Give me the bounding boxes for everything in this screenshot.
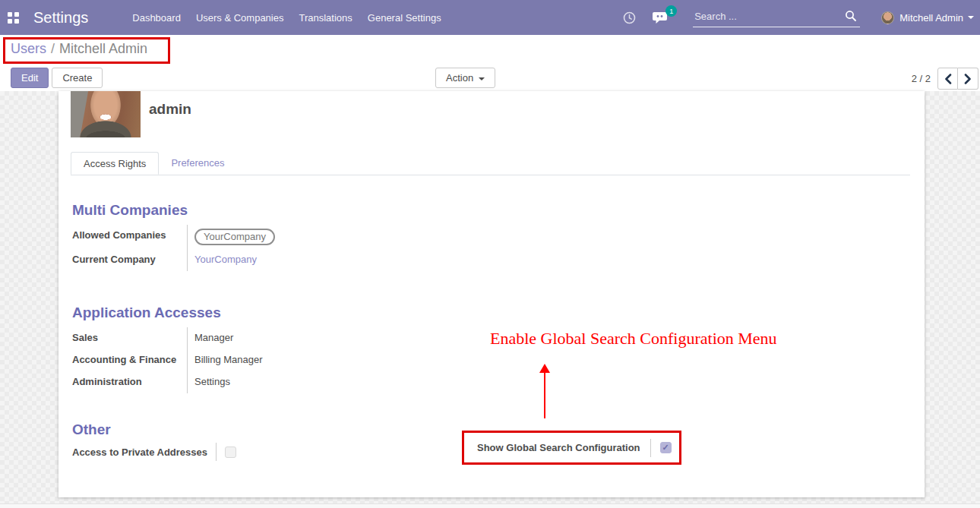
top-menu: Dashboard Users & Companies Translations… bbox=[125, 0, 448, 35]
group-title-other: Other bbox=[72, 421, 111, 438]
field-value: YourCompany bbox=[188, 225, 482, 249]
menu-item-translations[interactable]: Translations bbox=[291, 0, 359, 35]
notebook-tabs: Access Rights Preferences bbox=[71, 152, 910, 175]
action-dropdown-button[interactable]: Action bbox=[435, 68, 495, 88]
record-name: admin bbox=[149, 101, 191, 118]
global-search bbox=[693, 8, 860, 27]
app-title[interactable]: Settings bbox=[33, 9, 88, 27]
breadcrumb-current: Mitchell Admin bbox=[59, 41, 147, 56]
field-value: Billing Manager bbox=[188, 349, 482, 371]
pager-next-button[interactable] bbox=[958, 68, 978, 90]
pager-value: 2 / 2 bbox=[912, 73, 931, 84]
field-label: Current Company bbox=[72, 249, 188, 271]
user-photo bbox=[71, 91, 141, 137]
user-menu-name: Mitchell Admin bbox=[899, 12, 963, 24]
field-value: Manager bbox=[188, 327, 482, 349]
field-label: Administration bbox=[72, 371, 188, 393]
breadcrumb-users-link[interactable]: Users bbox=[11, 41, 46, 56]
menu-item-dashboard[interactable]: Dashboard bbox=[125, 0, 188, 35]
user-menu[interactable]: Mitchell Admin bbox=[881, 11, 974, 24]
chevron-down-icon bbox=[968, 16, 974, 19]
breadcrumb-separator: / bbox=[51, 41, 55, 56]
caret-down-icon bbox=[479, 77, 485, 80]
field-label: Show Global Search Configuration bbox=[477, 442, 640, 453]
apps-menu-button[interactable] bbox=[0, 0, 26, 35]
form-sheet: admin Access Rights Preferences Multi Co… bbox=[58, 91, 925, 497]
clock-icon bbox=[623, 11, 636, 24]
search-icon[interactable] bbox=[845, 10, 857, 22]
group-multi-companies: Allowed Companies YourCompany Current Co… bbox=[72, 225, 482, 271]
message-count-badge: 1 bbox=[665, 5, 677, 17]
apps-grid-icon bbox=[8, 12, 19, 24]
tab-access-rights[interactable]: Access Rights bbox=[71, 152, 159, 175]
annotation-callout-text: Enable Global Search Configuration Menu bbox=[490, 329, 777, 349]
action-label: Action bbox=[446, 72, 473, 84]
breadcrumb: Users/Mitchell Admin bbox=[11, 41, 147, 57]
field-label: Sales bbox=[72, 327, 188, 349]
company-tag[interactable]: YourCompany bbox=[194, 229, 275, 245]
field-label: Access to Private Addresses bbox=[72, 446, 207, 458]
current-company-link[interactable]: YourCompany bbox=[194, 253, 257, 267]
content-area: admin Access Rights Preferences Multi Co… bbox=[0, 91, 980, 508]
group-other: Access to Private Addresses ✓ bbox=[72, 443, 236, 461]
chevron-right-icon bbox=[964, 74, 972, 84]
search-input[interactable] bbox=[693, 8, 860, 27]
activities-button[interactable] bbox=[623, 11, 636, 24]
pager-previous-button[interactable] bbox=[937, 68, 958, 90]
edit-button[interactable]: Edit bbox=[11, 68, 49, 88]
check-icon: ✓ bbox=[662, 443, 669, 452]
menu-item-users-companies[interactable]: Users & Companies bbox=[188, 0, 292, 35]
group-title-application-accesses: Application Accesses bbox=[72, 304, 221, 321]
menu-item-general-settings[interactable]: General Settings bbox=[360, 0, 449, 35]
field-label: Accounting & Finance bbox=[72, 349, 188, 371]
field-separator bbox=[650, 439, 651, 457]
global-search-config-field-highlight: Show Global Search Configuration ✓ bbox=[462, 431, 681, 465]
messages-button[interactable]: 1 bbox=[653, 11, 669, 24]
record-pager: 2 / 2 bbox=[912, 68, 978, 90]
private-addresses-checkbox[interactable]: ✓ bbox=[225, 446, 236, 458]
field-separator bbox=[216, 443, 217, 461]
navbar-systray: 1 Mitchell Admin bbox=[623, 0, 980, 35]
chevron-left-icon bbox=[944, 74, 952, 84]
show-global-search-config-checkbox[interactable]: ✓ bbox=[660, 442, 672, 453]
odoo-settings-user-page: Settings Dashboard Users & Companies Tra… bbox=[0, 0, 980, 508]
control-panel: Users/Mitchell Admin Edit Create Action … bbox=[0, 35, 980, 91]
user-avatar bbox=[881, 11, 894, 24]
form-buttons: Edit Create bbox=[11, 68, 103, 88]
bottom-strip bbox=[0, 503, 980, 508]
pager-buttons bbox=[937, 68, 978, 90]
field-value: YourCompany bbox=[188, 249, 482, 271]
field-value: Settings bbox=[188, 371, 482, 393]
group-title-multi-companies: Multi Companies bbox=[72, 202, 188, 219]
top-navbar: Settings Dashboard Users & Companies Tra… bbox=[0, 0, 980, 35]
field-label: Allowed Companies bbox=[72, 225, 188, 249]
tab-preferences[interactable]: Preferences bbox=[159, 152, 236, 175]
create-button[interactable]: Create bbox=[52, 68, 103, 88]
group-application-accesses: Sales Manager Accounting & Finance Billi… bbox=[72, 327, 482, 393]
annotation-arrow-line bbox=[544, 372, 545, 418]
